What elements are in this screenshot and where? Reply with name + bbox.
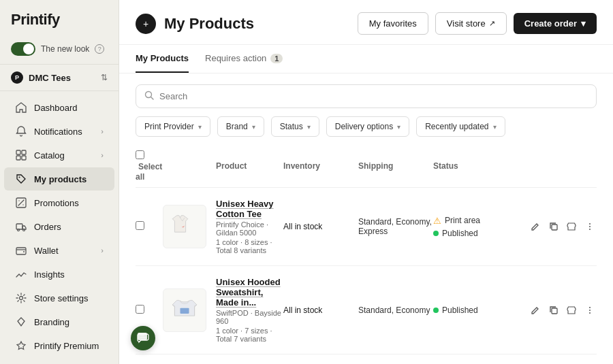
page-icon: +	[136, 14, 156, 34]
grid-icon	[15, 149, 27, 161]
sidebar-item-label: Catalog	[34, 150, 65, 161]
select-all-label: Select all	[136, 162, 162, 182]
logo-text: Printify	[11, 11, 60, 28]
new-look-toggle-row: The new look ?	[0, 37, 119, 65]
table-row: Unisex Heavy Cotton Tee Printify Choice …	[136, 188, 597, 266]
svg-point-4	[19, 177, 20, 178]
shipping-cell: Standard, Economy, Express	[358, 217, 433, 236]
more-options-button[interactable]	[583, 301, 597, 320]
sidebar-item-branding[interactable]: Branding	[4, 310, 114, 333]
create-order-label: Create order	[524, 18, 577, 29]
print-area-label: Print area	[445, 216, 480, 225]
product-variants: 1 color · 7 sizes · Total 7 variants	[216, 327, 283, 343]
status-cell: Published	[433, 305, 529, 315]
tabs: My Products Requires action 1	[119, 45, 613, 73]
tag-icon	[15, 173, 27, 185]
chevron-down-icon: ▾	[198, 123, 202, 131]
filter-label: Status	[280, 122, 303, 131]
inventory-cell: All in stock	[283, 222, 358, 231]
table-row: Unisex Hooded Sweatshirt, Made in... Swi…	[136, 266, 597, 354]
sidebar-item-my-products[interactable]: My products	[4, 167, 114, 191]
row-actions	[529, 301, 597, 320]
store-button[interactable]	[565, 301, 579, 320]
column-shipping: Shipping	[358, 161, 433, 171]
toggle-label: The new look	[41, 44, 89, 54]
sidebar-item-insights[interactable]: Insights	[4, 263, 114, 286]
filter-status[interactable]: Status ▾	[271, 116, 319, 137]
product-name[interactable]: Unisex Heavy Cotton Tee	[216, 199, 283, 219]
store-selector[interactable]: P DMC Tees ⇅	[0, 65, 119, 91]
column-status: Status	[433, 161, 529, 171]
chevron-down-icon: ▾	[397, 123, 400, 131]
row-actions	[529, 217, 597, 236]
svg-point-20	[589, 310, 591, 311]
toggle-knob	[23, 44, 34, 54]
sidebar-item-wallet[interactable]: Wallet ›	[4, 239, 114, 262]
search-input[interactable]	[159, 91, 588, 101]
filter-label: Brand	[226, 122, 248, 131]
sidebar-item-orders[interactable]: Orders	[4, 215, 114, 238]
svg-point-10	[23, 251, 25, 252]
more-options-button[interactable]	[583, 217, 597, 236]
svg-rect-2	[16, 156, 20, 160]
create-order-button[interactable]: Create order ▾	[514, 13, 597, 34]
svg-rect-17	[180, 308, 189, 313]
visit-store-button[interactable]: Visit store ↗	[435, 12, 507, 35]
logo: Printify	[0, 0, 119, 37]
warning-icon: ⚠	[433, 216, 441, 226]
store-chevron-icon: ⇅	[101, 73, 108, 82]
chart-icon	[15, 268, 27, 280]
gear-icon	[15, 292, 27, 304]
tab-requires-action[interactable]: Requires action 1	[205, 45, 283, 73]
filter-row: Print Provider ▾ Brand ▾ Status ▾ Delive…	[136, 116, 597, 137]
column-inventory: Inventory	[283, 161, 358, 171]
sidebar-item-label: Store settings	[34, 293, 89, 303]
copy-button[interactable]	[547, 217, 561, 236]
select-all-checkbox[interactable]	[136, 150, 144, 159]
product-thumbnail	[163, 288, 206, 332]
dropdown-arrow-icon: ▾	[581, 18, 586, 29]
sidebar-item-catalog[interactable]: Catalog ›	[4, 144, 114, 167]
sidebar-item-printify-premium[interactable]: Printify Premium	[4, 334, 114, 357]
chevron-right-icon: ›	[101, 127, 104, 135]
sidebar-item-notifications[interactable]: Notifications ›	[4, 120, 114, 143]
row-checkbox[interactable]	[136, 221, 144, 230]
tab-my-products[interactable]: My Products	[136, 45, 189, 73]
my-favorites-button[interactable]: My favorites	[358, 12, 428, 35]
main-content: + My Products My favorites Visit store ↗…	[119, 0, 613, 364]
top-bar: + My Products My favorites Visit store ↗…	[119, 0, 613, 45]
product-name[interactable]: Unisex Hooded Sweatshirt, Made in...	[216, 277, 283, 308]
new-look-toggle[interactable]	[11, 42, 35, 56]
edit-button[interactable]	[529, 217, 543, 236]
svg-point-8	[23, 229, 25, 231]
toggle-info-icon[interactable]: ?	[95, 44, 104, 54]
wallet-icon	[15, 244, 27, 257]
published-label: Published	[442, 305, 478, 315]
home-icon	[15, 101, 27, 114]
svg-point-21	[589, 312, 591, 314]
filter-brand[interactable]: Brand ▾	[217, 116, 264, 137]
svg-point-16	[589, 229, 591, 230]
sidebar-item-label: Printify Premium	[34, 341, 99, 351]
filter-print-provider[interactable]: Print Provider ▾	[136, 116, 210, 137]
row-checkbox[interactable]	[136, 305, 144, 314]
inventory-cell: All in stock	[283, 305, 358, 315]
published-dot	[433, 308, 439, 313]
bell-icon	[15, 125, 27, 137]
copy-button[interactable]	[547, 301, 561, 320]
store-button[interactable]	[565, 217, 579, 236]
sidebar-item-dashboard[interactable]: Dashboard	[4, 96, 114, 119]
svg-rect-1	[22, 150, 26, 154]
sidebar-item-label: Branding	[34, 317, 69, 327]
filter-delivery-options[interactable]: Delivery options ▾	[326, 116, 409, 137]
svg-rect-18	[552, 308, 557, 314]
svg-rect-0	[16, 150, 20, 154]
sidebar-item-store-settings[interactable]: Store settings	[4, 286, 114, 310]
sidebar: Printify The new look ? P DMC Tees ⇅ Das…	[0, 0, 119, 364]
filter-recently-updated[interactable]: Recently updated ▾	[416, 116, 505, 137]
product-meta: Printify Choice · Gildan 5000	[216, 220, 283, 237]
chat-button[interactable]	[131, 326, 155, 350]
sidebar-item-promotions[interactable]: Promotions	[4, 191, 114, 214]
svg-point-7	[18, 229, 20, 231]
edit-button[interactable]	[529, 301, 543, 320]
